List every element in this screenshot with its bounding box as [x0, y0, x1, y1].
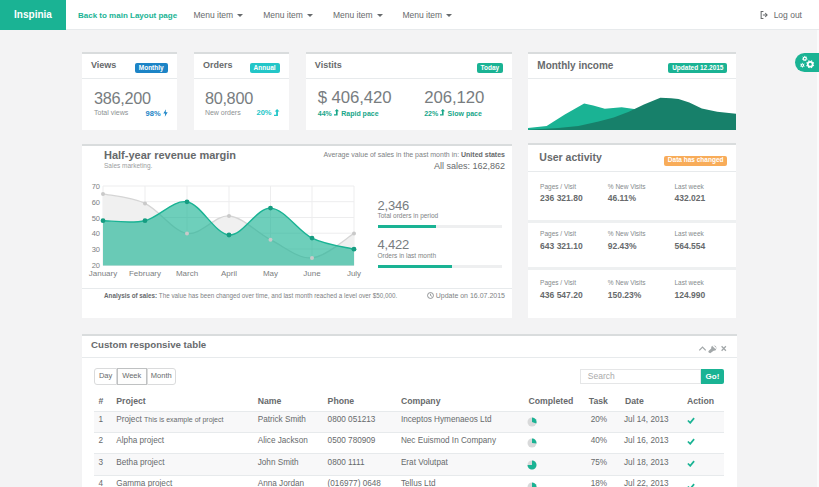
svg-text:30: 30 — [92, 245, 100, 254]
svg-text:February: February — [129, 268, 161, 277]
svg-text:60: 60 — [92, 198, 100, 207]
svg-text:March: March — [176, 268, 198, 277]
svg-text:May: May — [263, 268, 278, 277]
svg-text:June: June — [303, 268, 321, 277]
svg-text:70: 70 — [92, 182, 100, 191]
svg-text:July: July — [347, 268, 361, 277]
svg-text:April: April — [221, 268, 237, 277]
svg-text:50: 50 — [92, 213, 100, 222]
svg-text:40: 40 — [92, 229, 100, 238]
svg-text:January: January — [89, 268, 117, 277]
